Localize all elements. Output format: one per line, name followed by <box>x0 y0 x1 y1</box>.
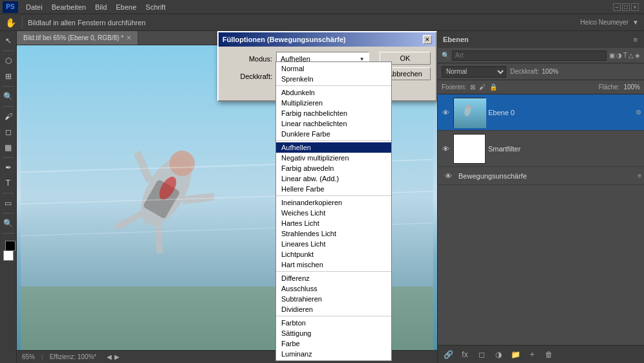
smart-layer-icon[interactable]: ◈ <box>635 52 640 59</box>
minimize-button[interactable]: – <box>613 3 621 11</box>
dropdown-item-abdunkeln[interactable]: Abdunkeln <box>276 87 391 98</box>
canvas-tab[interactable]: Bild.tif bei 65% (Ebene 0, RGB/8) * ✕ <box>17 31 138 45</box>
nav-controls: ◀ ▶ <box>107 353 120 360</box>
dropdown-group-1: Normal Sprenkeln <box>276 62 391 86</box>
pen-tool[interactable]: ✒ <box>1 160 16 175</box>
layer-preview-svg <box>454 98 486 128</box>
add-style-button[interactable]: fx <box>458 348 471 361</box>
pixel-layer-icon[interactable]: ▣ <box>609 52 615 59</box>
menu-datei[interactable]: Datei <box>22 2 47 12</box>
dropdown-item-aufhellen[interactable]: Aufhellen <box>276 142 391 153</box>
dropdown-item-farbe[interactable]: Farbe <box>276 338 391 349</box>
delete-layer-button[interactable]: 🗑 <box>542 348 555 361</box>
dropdown-item-dunklere-farbe[interactable]: Dunklere Farbe <box>276 129 391 139</box>
dropdown-item-ausschluss[interactable]: Ausschluss <box>276 283 391 294</box>
dropdown-item-negativ-multiplizieren[interactable]: Negativ multiplizieren <box>276 153 391 163</box>
modus-label: Modus: <box>224 55 272 63</box>
dropdown-item-hart-mischen[interactable]: Hart mischen <box>276 259 391 270</box>
dropdown-item-normal[interactable]: Normal <box>276 63 391 74</box>
panel-menu-icon[interactable]: ≡ <box>632 36 639 43</box>
dropdown-item-subtrahieren[interactable]: Subtrahieren <box>276 294 391 304</box>
options-bar: ✋ Bildlauf in allen Fenstern durchführen… <box>0 14 644 31</box>
background-color[interactable] <box>3 250 14 261</box>
bewegungsunschaerfe-item[interactable]: 👁 Bewegungsunschärfe ≡ <box>438 167 644 185</box>
nav-prev[interactable]: ◀ <box>107 353 112 360</box>
layer-thumb-smartfilter <box>453 134 486 164</box>
menu-bild[interactable]: Bild <box>91 2 111 12</box>
dialog-titlebar[interactable]: Fülloptionen (Bewegungsunschärfe) ✕ <box>219 32 436 47</box>
lasso-tool[interactable]: ⬡ <box>1 54 16 68</box>
dropdown-item-lineares-licht[interactable]: Lineares Licht <box>276 239 391 249</box>
add-layer-button[interactable]: + <box>526 348 539 361</box>
add-mask-button[interactable]: ◻ <box>475 348 488 361</box>
menu-schrift[interactable]: Schrift <box>142 2 169 12</box>
lock-position-icon[interactable]: ⊠ <box>470 83 475 91</box>
eye-icon-layer0[interactable]: 👁 <box>440 107 451 118</box>
crop-tool[interactable]: ⊞ <box>1 69 16 83</box>
gradient-tool[interactable]: ▦ <box>1 140 16 155</box>
dialog-body: Modus: Aufhellen ▼ Deckkraft: <box>219 47 436 100</box>
status-separator: | <box>41 353 43 360</box>
eye-icon-smartfilter[interactable]: 👁 <box>440 144 451 154</box>
layer-options-icon[interactable]: ⚙ <box>636 109 641 116</box>
type-tool[interactable]: T <box>1 176 16 190</box>
dropdown-item-linear-nachbelichten[interactable]: Linear nachbelichten <box>276 118 391 129</box>
dropdown-item-sprenkeln[interactable]: Sprenkeln <box>276 74 391 84</box>
efficiency-label: Effizienz: 100%* <box>50 353 97 360</box>
close-button[interactable]: × <box>631 3 639 11</box>
dropdown-item-saettigung[interactable]: Sättigung <box>276 328 391 338</box>
dropdown-item-weiches-licht[interactable]: Weiches Licht <box>276 208 391 218</box>
dropdown-item-dividieren[interactable]: Dividieren <box>276 304 391 314</box>
layers-search-input[interactable] <box>452 50 606 61</box>
layers-mode-select[interactable]: Normal <box>442 66 506 78</box>
eyedropper-tool[interactable]: 🔍 <box>1 89 16 104</box>
foreground-color[interactable] <box>5 241 16 251</box>
eye-icon-blur[interactable]: 👁 <box>443 171 453 181</box>
tab-close-icon[interactable]: ✕ <box>126 34 131 41</box>
brush-tool[interactable]: 🖌 <box>1 109 16 124</box>
lock-pixels-icon[interactable]: 🖌 <box>479 83 486 91</box>
flaeche-label: Fläche: <box>599 83 620 91</box>
nav-next[interactable]: ▶ <box>114 353 120 360</box>
blur-options-icon[interactable]: ≡ <box>638 172 641 179</box>
dropdown-item-lichtpunkt[interactable]: Lichtpunkt <box>276 249 391 259</box>
dropdown-item-differenz[interactable]: Differenz <box>276 273 391 283</box>
zoom-tool[interactable]: 🔍 <box>1 216 16 230</box>
menu-ebene[interactable]: Ebene <box>112 2 140 12</box>
lock-all-icon[interactable]: 🔒 <box>489 83 497 91</box>
dropdown-item-farbig-nachbelichten[interactable]: Farbig nachbelichten <box>276 108 391 118</box>
shape-layer-icon[interactable]: △ <box>628 52 634 59</box>
adjustment-icon[interactable]: ◑ <box>616 52 622 59</box>
link-layers-button[interactable]: 🔗 <box>442 348 455 361</box>
flaeche-value: 100% <box>623 83 640 91</box>
user-dropdown-icon[interactable]: ▼ <box>632 19 640 27</box>
shape-tool[interactable]: ▭ <box>1 196 16 210</box>
layer-ebene0[interactable]: 👁 Ebene 0 <box>438 94 644 131</box>
add-group-button[interactable]: 📁 <box>509 348 522 361</box>
dropdown-group-6: Farbton Sättigung Farbe Luminanz <box>276 316 391 360</box>
dropdown-item-luminanz[interactable]: Luminanz <box>276 349 391 359</box>
hand-tool[interactable]: ✋ <box>4 16 17 29</box>
dialog-title: Fülloptionen (Bewegungsunschärfe) <box>222 36 346 43</box>
dropdown-item-hellere-farbe[interactable]: Hellere Farbe <box>276 184 391 194</box>
dropdown-item-hartes-licht[interactable]: Hartes Licht <box>276 218 391 228</box>
dropdown-item-linear-abw[interactable]: Linear abw. (Add.) <box>276 173 391 184</box>
maximize-button[interactable]: □ <box>622 3 630 11</box>
dropdown-item-strahlendes-licht[interactable]: Strahlendes Licht <box>276 228 391 239</box>
dropdown-item-farbig-abwedeln[interactable]: Farbig abwedeln <box>276 163 391 173</box>
ps-logo: PS <box>3 1 18 13</box>
layer-smartfilter[interactable]: 👁 Smartfilter <box>438 131 644 167</box>
dropdown-item-ineinanderkopieren[interactable]: Ineinanderkopieren <box>276 197 391 208</box>
dropdown-item-farbton[interactable]: Farbton <box>276 318 391 328</box>
dialog-close-button[interactable]: ✕ <box>423 35 432 44</box>
add-adjustment-button[interactable]: ◑ <box>492 348 505 361</box>
move-tool[interactable]: ↖ <box>1 34 16 48</box>
toolbar-separator <box>22 17 23 28</box>
fix-label: Fixieren: <box>442 83 466 91</box>
eraser-tool[interactable]: ◻ <box>1 125 16 139</box>
type-layer-icon[interactable]: T <box>623 52 627 59</box>
modus-dropdown-list[interactable]: Normal Sprenkeln Abdunkeln Multipliziere… <box>275 61 392 361</box>
menu-bearbeiten[interactable]: Bearbeiten <box>48 2 90 12</box>
canvas-area: Bild.tif bei 65% (Ebene 0, RGB/8) * ✕ <box>17 31 437 363</box>
dropdown-item-multiplizieren[interactable]: Multiplizieren <box>276 98 391 108</box>
